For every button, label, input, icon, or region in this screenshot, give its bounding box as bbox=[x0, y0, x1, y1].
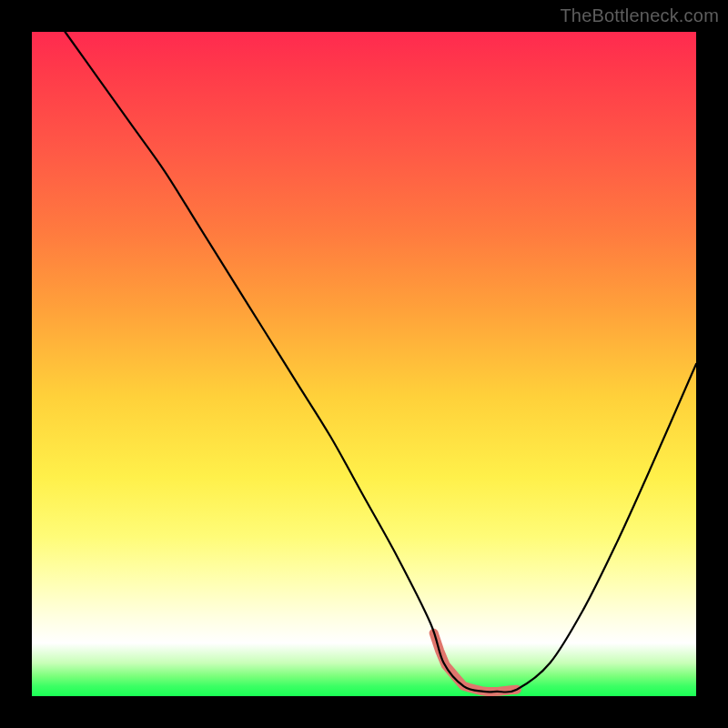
plot-area bbox=[32, 32, 696, 696]
bottleneck-curve bbox=[66, 32, 697, 693]
watermark-text: TheBottleneck.com bbox=[560, 5, 719, 26]
curve-svg bbox=[32, 32, 696, 696]
chart-stage: TheBottleneck.com bbox=[0, 0, 728, 728]
highlight-segment bbox=[434, 633, 517, 692]
